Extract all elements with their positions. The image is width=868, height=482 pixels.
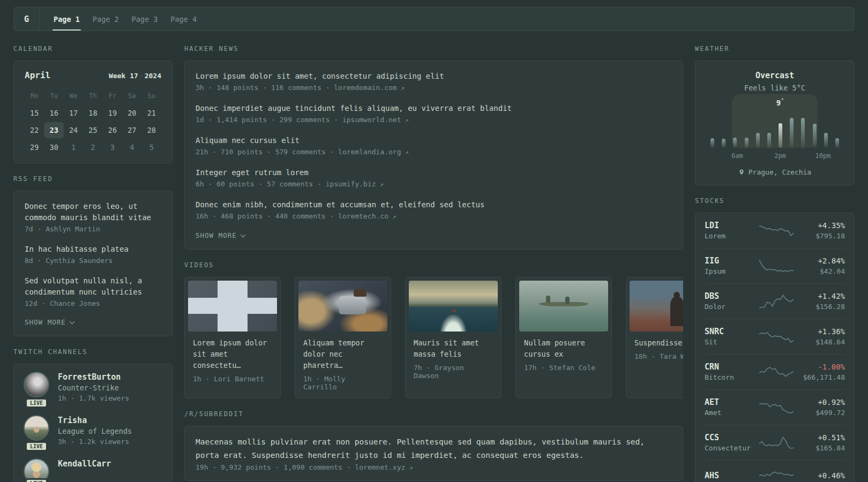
twitch-channel-row[interactable]: LIVE Trisha League of Legends 3h · 1.2k …	[24, 415, 162, 447]
calendar-week-year: Week 17·2024	[109, 72, 161, 80]
stock-name: Bitcorn	[705, 372, 759, 382]
subreddit-post-title[interactable]: Maecenas mollis pulvinar erat non posuer…	[196, 435, 645, 462]
twitch-channel-row[interactable]: LIVE KendallCarr	[24, 458, 162, 482]
hackernews-item-domain-link[interactable]: ipsumify.biz	[326, 180, 384, 188]
video-card[interactable]: Nullam posuere cursus ex 17h · Stefan Co…	[515, 277, 612, 398]
hackernews-item-title[interactable]: Aliquam nec cursus elit	[196, 135, 672, 146]
stock-change: +2.84%	[794, 255, 845, 266]
video-title: Lorem ipsum dolor sit amet consectetu…	[188, 337, 277, 371]
subreddit-post-domain-link[interactable]: loremnet.xyz	[355, 463, 413, 471]
app-logo: G	[14, 7, 40, 31]
hackernews-list: Lorem ipsum dolor sit amet, consectetur …	[196, 71, 672, 222]
stocks-list: LDI Lorem +4.35% $795.18 IIG Ipsum	[695, 213, 855, 482]
stock-row[interactable]: IIG Ipsum +2.84% $42.04	[705, 248, 845, 283]
stock-price: $42.04	[794, 266, 845, 276]
hackernews-item-domain-link[interactable]: loremtech.co	[338, 212, 396, 220]
video-card[interactable]: Mauris sit amet massa felis 7h · Grayson…	[405, 277, 502, 398]
rss-item-title[interactable]: Sed volutpat nulla nisl, a condimentum n…	[25, 275, 161, 298]
twitch-channel-name[interactable]: ForrestBurton	[58, 372, 129, 382]
weather-location: Prague, Czechia	[705, 168, 844, 176]
middle-column: HACKER NEWS Lorem ipsum dolor sit amet, …	[184, 45, 683, 482]
weather-bar	[710, 138, 714, 148]
stock-row[interactable]: CRN Bitcorn -1.00% $66,171.48	[705, 354, 845, 389]
twitch-widget-label: TWITCH CHANNELS	[13, 348, 173, 356]
twitch-widget: TWITCH CHANNELS LIVE ForrestBurton Count…	[13, 348, 173, 482]
hackernews-item-domain-link[interactable]: ipsumworld.net	[342, 116, 409, 124]
weather-condition: Overcast	[705, 71, 844, 80]
calendar-day: 17	[64, 105, 83, 121]
twitch-channel-name[interactable]: Trisha	[58, 415, 132, 426]
stock-id: AET Amet	[705, 397, 759, 418]
stock-price: $66,171.48	[794, 372, 845, 382]
stock-sparkline	[759, 435, 794, 451]
stock-change: +0.92%	[794, 397, 845, 408]
weather-location-text: Prague, Czechia	[749, 168, 811, 176]
video-card[interactable]: Aliquam tempor dolor nec pharetra… 1h · …	[295, 277, 391, 398]
video-meta: 7h · Grayson Dawson	[409, 364, 498, 380]
twitch-channel-row[interactable]: LIVE ForrestBurton Counter-Strike 1h · 1…	[24, 372, 162, 404]
rss-item-meta: 12d · Chance Jones	[25, 298, 161, 309]
video-meta: 1h · Lori Barnett	[188, 375, 277, 383]
video-title: Nullam posuere cursus ex	[519, 337, 608, 360]
weather-bar	[745, 138, 749, 148]
stock-row[interactable]: DBS Dolor +1.42% $156.28	[705, 283, 845, 319]
stock-id: LDI Lorem	[705, 220, 759, 241]
stock-row[interactable]: AET Amet +0.92% $499.72	[705, 389, 845, 425]
stock-price: $148.64	[794, 337, 845, 347]
stock-symbol: SNRC	[705, 326, 759, 337]
calendar-month: April	[25, 70, 50, 80]
stock-price: $165.84	[794, 443, 845, 453]
stocks-widget: STOCKS LDI Lorem +4.35% $795.18	[695, 197, 855, 482]
stock-row[interactable]: SNRC Sit +1.36% $148.64	[705, 319, 845, 354]
avatar	[24, 372, 49, 397]
stock-values: +0.92% $499.72	[794, 397, 845, 418]
calendar-day: 23	[44, 122, 63, 138]
tab-page-1[interactable]: Page 1	[47, 7, 86, 31]
calendar-day: 21	[142, 105, 161, 121]
tab-page-2[interactable]: Page 2	[86, 7, 125, 31]
stock-row[interactable]: LDI Lorem +4.35% $795.18	[705, 213, 845, 248]
stock-change: +1.36%	[794, 326, 845, 337]
hackernews-item-title[interactable]: Donec imperdiet augue tincidunt felis al…	[196, 103, 672, 114]
hackernews-widget-label: HACKER NEWS	[184, 45, 683, 52]
rss-item-title[interactable]: In hac habitasse platea	[25, 244, 161, 255]
stock-values: +0.46%	[794, 470, 845, 481]
hackernews-item-title[interactable]: Donec enim nibh, condimentum et accumsan…	[196, 199, 672, 210]
hackernews-item-domain-link[interactable]: loremlandia.org	[338, 148, 409, 156]
rss-show-more-button[interactable]: SHOW MORE	[25, 318, 161, 326]
stock-id: DBS Dolor	[705, 291, 759, 312]
hackernews-show-more-button[interactable]: SHOW MORE	[196, 231, 672, 239]
calendar-day: 25	[83, 122, 102, 138]
rss-widget: RSS FEED Donec tempor eros leo, ut commo…	[13, 175, 173, 336]
twitch-channel-meta: 1h · 1.7k viewers	[58, 393, 129, 404]
hackernews-item-meta: 6h · 60 points · 57 comments · ipsumify.…	[196, 178, 672, 190]
stock-values: +4.35% $795.18	[794, 220, 845, 241]
twitch-avatar-wrap: LIVE	[24, 372, 49, 404]
calendar-day: 4	[122, 139, 141, 155]
hackernews-item-title[interactable]: Lorem ipsum dolor sit amet, consectetur …	[196, 71, 672, 82]
rss-item-title[interactable]: Donec tempor eros leo, ut commodo mauris…	[25, 201, 161, 223]
hackernews-item-domain-link[interactable]: loremdomain.com	[334, 84, 405, 92]
calendar-day: 3	[103, 139, 122, 155]
video-card[interactable]: Lorem ipsum dolor sit amet consectetu… 1…	[184, 277, 281, 398]
stock-sparkline	[759, 329, 794, 345]
twitch-channel-info: Trisha League of Legends 3h · 1.2k viewe…	[58, 415, 132, 447]
tab-page-4[interactable]: Page 4	[164, 7, 203, 31]
stock-price: $156.28	[794, 302, 845, 312]
weather-hourly-chart: 9°	[710, 114, 839, 148]
tab-page-3[interactable]: Page 3	[125, 7, 164, 31]
twitch-channel-name[interactable]: KendallCarr	[58, 458, 111, 469]
stock-change: +0.51%	[794, 432, 845, 443]
stock-name: Dolor	[705, 302, 759, 312]
stock-values: +1.36% $148.64	[794, 326, 845, 347]
hackernews-item: Donec enim nibh, condimentum et accumsan…	[196, 199, 672, 222]
top-nav: G Page 1 Page 2 Page 3 Page 4	[13, 7, 855, 31]
stock-sparkline	[759, 364, 794, 380]
stock-row[interactable]: AHS +0.46%	[705, 460, 845, 482]
calendar-day: 26	[103, 122, 122, 138]
hackernews-item-meta: 21h · 710 points · 579 comments · loreml…	[196, 146, 672, 158]
stock-row[interactable]: CCS Consectetur +0.51% $165.84	[705, 425, 845, 460]
chevron-down-icon	[240, 232, 245, 238]
hackernews-item-title[interactable]: Integer eget rutrum lorem	[196, 167, 672, 178]
video-card[interactable]: Suspendisse diam 18h · Tara Walsh	[626, 277, 683, 398]
